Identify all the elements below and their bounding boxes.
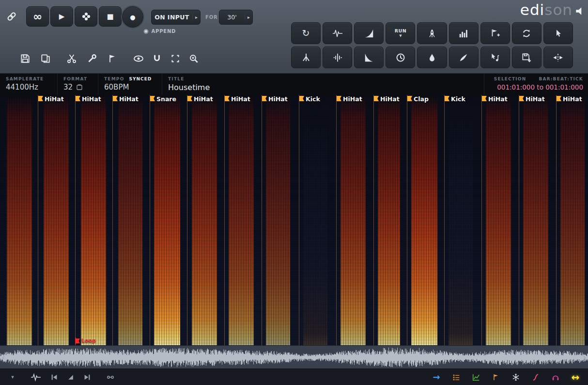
marker-flag-icon[interactable] xyxy=(113,96,118,101)
link-icon[interactable] xyxy=(6,11,17,22)
selection-label: SELECTION xyxy=(494,77,526,81)
tempo-label: TEMPO xyxy=(104,77,124,81)
harmonics-tool-button[interactable] xyxy=(323,46,352,68)
freeze-snowflake-button[interactable] xyxy=(510,371,522,383)
marker-line xyxy=(150,95,150,345)
format-group: FORMAT 32 xyxy=(57,74,98,95)
spectrogram-band xyxy=(560,95,585,345)
clover-button[interactable] xyxy=(75,6,97,27)
save-icon[interactable] xyxy=(18,52,32,65)
format-label: FORMAT xyxy=(63,77,98,81)
prev-marker-button[interactable] xyxy=(48,371,60,383)
spectrogram-band xyxy=(192,95,217,345)
append-radio[interactable]: ◉ APPEND xyxy=(143,28,176,34)
overview-waveform[interactable] xyxy=(0,346,588,369)
spectrogram-band xyxy=(154,95,180,345)
send-to-playlist-button[interactable]: → xyxy=(431,371,442,383)
stats-tool-button[interactable] xyxy=(449,22,479,44)
marker-flag-icon[interactable] xyxy=(38,96,43,101)
menu-caret-icon[interactable]: ▾ xyxy=(7,371,18,383)
cursor-icon xyxy=(553,28,563,39)
marker-label: Clap xyxy=(414,95,429,103)
declip-icon xyxy=(332,28,343,39)
declip-tool-button[interactable] xyxy=(323,22,352,44)
marker-label: HiHat xyxy=(231,95,250,103)
marker-line xyxy=(519,95,519,345)
play-icon: ▶ xyxy=(59,12,65,21)
run-script-button[interactable]: RUN▼ xyxy=(386,22,415,44)
recycle-arrows-icon xyxy=(521,28,532,39)
marker-label: HiHat xyxy=(268,95,288,103)
loop-record-button[interactable]: ∞ xyxy=(26,6,49,27)
send-to-score-button[interactable] xyxy=(480,46,510,68)
snap-magnet-icon[interactable] xyxy=(150,52,164,65)
tools-wrench-icon[interactable] xyxy=(85,52,99,65)
spin-tool-button[interactable]: ↻ xyxy=(291,22,321,44)
bar-chart-icon xyxy=(458,28,469,39)
save-sample-button[interactable] xyxy=(512,46,542,68)
link-dots-button[interactable] xyxy=(105,371,116,383)
spectrogram[interactable]: HiHatHiHatHiHatSnareHiHatHiHatHiHatKickH… xyxy=(0,95,588,345)
record-mode-dropdown[interactable]: ON INPUT ▸ xyxy=(151,10,201,25)
next-marker-button[interactable] xyxy=(81,371,93,383)
scroll-right-arrow[interactable]: › xyxy=(581,346,588,369)
overview-strip[interactable]: ‹ › xyxy=(0,345,588,369)
convert-tool-button[interactable] xyxy=(512,22,542,44)
spectrogram-band xyxy=(7,95,32,345)
title-label: TITLE xyxy=(168,77,484,81)
rocket-tool-button[interactable] xyxy=(417,22,447,44)
marker-label: HiHat xyxy=(563,95,582,103)
record-icon: ● xyxy=(130,14,135,21)
stretch-tool-button[interactable] xyxy=(543,46,573,68)
smudge-tool-button[interactable] xyxy=(449,46,479,68)
stop-icon: ■ xyxy=(107,12,113,21)
play-button[interactable]: ▶ xyxy=(50,6,73,27)
bottom-bar: ▾ → xyxy=(0,369,588,385)
add-marker-button[interactable] xyxy=(480,22,510,44)
marker-label: HiHat xyxy=(194,95,213,103)
fade-out-tool-button[interactable] xyxy=(354,46,384,68)
run-caret-icon: ▼ xyxy=(399,34,402,38)
toolbar-header: ∞ ▶ ■ ● ON INPUT ▸ FOR 30' ▸ ◉ APPEND ed… xyxy=(0,0,588,74)
marker-flag-icon[interactable] xyxy=(76,96,80,101)
samplerate-label: SAMPLERATE xyxy=(6,77,57,81)
marker-flag-icon[interactable] xyxy=(106,52,119,65)
marker-flag-button[interactable] xyxy=(490,371,502,383)
transport-buttons: ∞ ▶ ■ xyxy=(26,6,122,27)
cut-scissors-icon[interactable] xyxy=(65,52,78,65)
loop-points-button[interactable]: ↔ xyxy=(570,371,581,383)
denoise-tool-button[interactable] xyxy=(291,46,321,68)
copy-icon[interactable] xyxy=(39,52,52,65)
smooth-curve-button[interactable] xyxy=(530,371,542,383)
marker-list-button[interactable] xyxy=(450,371,462,383)
stop-button[interactable]: ■ xyxy=(99,6,122,27)
preview-headphones-button[interactable] xyxy=(550,371,561,383)
duration-dropdown[interactable]: 30' ▸ xyxy=(219,10,253,25)
scroll-left-arrow[interactable]: ‹ xyxy=(0,346,7,369)
analysis-chart-button[interactable] xyxy=(470,371,482,383)
blur-tool-button[interactable] xyxy=(417,46,447,68)
loop-flag-icon[interactable] xyxy=(76,339,80,343)
marker-line xyxy=(112,95,113,345)
spectrogram-band xyxy=(303,95,327,345)
edison-window: ∞ ▶ ■ ● ON INPUT ▸ FOR 30' ▸ ◉ APPEND ed… xyxy=(0,0,588,385)
marker-line xyxy=(407,95,407,345)
format-value: 32 xyxy=(63,83,73,92)
fade-tool-button[interactable] xyxy=(65,371,77,383)
sample-title[interactable]: Housetime xyxy=(168,83,484,92)
marker-label: Kick xyxy=(451,95,465,103)
marker-line xyxy=(299,95,299,345)
fade-in-tool-button[interactable] xyxy=(354,22,384,44)
view-eye-icon[interactable] xyxy=(132,52,145,65)
scrub-wave-icon[interactable] xyxy=(30,371,42,383)
spectrogram-band xyxy=(523,95,548,345)
record-button[interactable]: ● xyxy=(122,6,143,28)
zoom-icon[interactable] xyxy=(187,52,201,65)
marker-line xyxy=(556,95,557,345)
time-tool-button[interactable] xyxy=(386,46,415,68)
tempo-value: 60BPM xyxy=(104,83,162,92)
spectrogram-band xyxy=(118,95,142,345)
select-region-icon[interactable] xyxy=(169,52,182,65)
select-cursor-button[interactable] xyxy=(543,22,573,44)
samplerate-group: SAMPLERATE 44100Hz xyxy=(0,74,57,95)
